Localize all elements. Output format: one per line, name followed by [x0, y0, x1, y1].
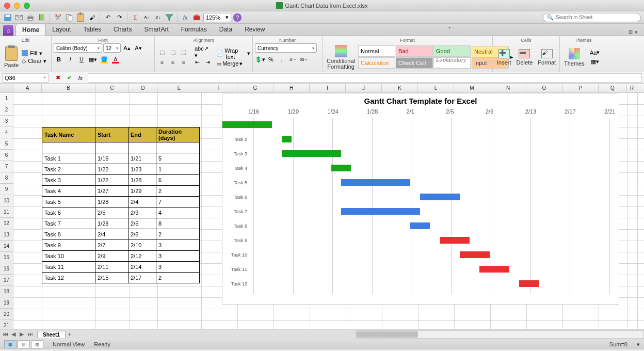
row-header[interactable]: 19: [0, 297, 13, 309]
column-header[interactable]: I: [310, 84, 346, 92]
sheet-nav-first[interactable]: ⏮: [1, 331, 9, 338]
increase-font-button[interactable]: A▴: [122, 43, 132, 53]
column-header[interactable]: G: [237, 84, 273, 92]
gantt-bar[interactable]: [341, 179, 410, 186]
gantt-bar[interactable]: [282, 150, 341, 157]
formula-input[interactable]: [88, 73, 642, 83]
email-button[interactable]: [14, 13, 24, 22]
ribbon-collapse-button[interactable]: ˄: [445, 24, 454, 36]
page-layout-view-button[interactable]: ▤: [18, 340, 30, 348]
row-header[interactable]: 20: [0, 309, 13, 320]
insert-function-button[interactable]: fx: [75, 73, 86, 83]
align-middle-button[interactable]: ⬚: [168, 47, 178, 57]
increase-decimal-button[interactable]: .0→: [287, 55, 298, 64]
gantt-bar[interactable]: [479, 266, 509, 273]
row-header[interactable]: 17: [0, 275, 13, 286]
redo-button[interactable]: ↷: [115, 13, 124, 22]
conditional-formatting-button[interactable]: Conditional Formatting: [325, 44, 357, 71]
ribbon-tab-home[interactable]: Home: [15, 24, 46, 36]
sheet-tab-sheet1[interactable]: Sheet1: [37, 331, 66, 338]
select-all-corner[interactable]: [0, 84, 13, 92]
file-menu-button[interactable]: ⌂: [3, 25, 13, 36]
wrap-text-button[interactable]: 📄Wrap Text ▾: [216, 47, 250, 60]
ribbon-tab-formulas[interactable]: Formulas: [175, 24, 213, 36]
ribbon-tab-data[interactable]: Data: [213, 24, 238, 36]
horizontal-scrollbar[interactable]: [355, 330, 644, 339]
orientation-button[interactable]: abc↗ ▾: [192, 47, 213, 57]
style-calculation[interactable]: Calculation: [358, 57, 395, 69]
bold-button[interactable]: B: [54, 55, 64, 64]
name-box[interactable]: Q36: [2, 73, 49, 83]
increase-indent-button[interactable]: ⇥: [202, 57, 213, 67]
italic-button[interactable]: I: [65, 55, 75, 64]
align-top-button[interactable]: ⬚: [157, 47, 167, 57]
decrease-indent-button[interactable]: ⇤: [192, 57, 202, 67]
column-header[interactable]: B: [42, 84, 95, 92]
ribbon-tab-review[interactable]: Review: [238, 24, 271, 36]
themes-button[interactable]: Themes: [562, 47, 587, 68]
style-normal[interactable]: Normal: [358, 45, 395, 57]
column-header[interactable]: Q: [599, 84, 627, 92]
ribbon-tab-layout[interactable]: Layout: [46, 24, 77, 36]
status-menu-button[interactable]: ▾: [637, 341, 640, 348]
row-header[interactable]: 6: [0, 150, 13, 161]
font-name-combo[interactable]: Calibri (Body): [54, 43, 102, 53]
theme-fonts-button[interactable]: Aa▾: [588, 48, 602, 57]
column-header[interactable]: N: [490, 84, 526, 92]
normal-view-button[interactable]: ▦: [4, 340, 17, 348]
font-color-button[interactable]: A: [110, 55, 121, 64]
search-input[interactable]: [556, 14, 637, 20]
close-window-button[interactable]: [4, 3, 10, 9]
align-right-button[interactable]: ≡: [179, 57, 189, 67]
format-painter-button[interactable]: 🖌: [87, 13, 96, 22]
undo-button[interactable]: ↶: [103, 13, 112, 22]
row-header[interactable]: 5: [0, 138, 13, 150]
paste-large-button[interactable]: Paste: [2, 45, 21, 69]
style-bad[interactable]: Bad: [396, 45, 433, 57]
percent-button[interactable]: %: [266, 55, 276, 64]
toolbox-button[interactable]: 🧰: [192, 13, 201, 22]
row-header[interactable]: 7: [0, 161, 13, 172]
gantt-bar[interactable]: [440, 237, 470, 244]
row-header[interactable]: 10: [0, 195, 13, 206]
gantt-bar[interactable]: [420, 194, 460, 200]
row-header[interactable]: 16: [0, 263, 13, 275]
show-formulas-button[interactable]: fx: [181, 13, 190, 22]
column-header[interactable]: D: [129, 84, 157, 92]
library-button[interactable]: 📗: [37, 13, 46, 22]
align-bottom-button[interactable]: ⬚: [179, 47, 189, 57]
add-sheet-button[interactable]: ＋: [67, 330, 72, 338]
column-header[interactable]: K: [382, 84, 418, 92]
ribbon-tab-smartart[interactable]: SmartArt: [138, 24, 174, 36]
underline-button[interactable]: U: [76, 55, 87, 64]
clear-button[interactable]: ◇Clear ▾: [22, 58, 46, 65]
enter-formula-button[interactable]: ✔: [64, 73, 74, 83]
style-check-cell[interactable]: Check Cell: [396, 57, 433, 69]
merge-button[interactable]: ▭Merge ▾: [216, 60, 250, 67]
row-header[interactable]: 13: [0, 229, 13, 241]
gantt-bar[interactable]: [282, 136, 292, 142]
row-header[interactable]: 4: [0, 127, 13, 138]
style-good[interactable]: Good: [433, 45, 471, 57]
column-header[interactable]: A: [13, 84, 42, 92]
column-header[interactable]: C: [95, 84, 129, 92]
filter-button[interactable]: [165, 13, 174, 22]
sort-desc-button[interactable]: Z↓: [153, 13, 163, 22]
copy-button[interactable]: [65, 13, 74, 22]
cancel-formula-button[interactable]: ✖: [53, 73, 63, 83]
comma-button[interactable]: ,: [277, 55, 287, 64]
sheet-nav-next[interactable]: ▶: [18, 331, 26, 338]
row-header[interactable]: 15: [0, 252, 13, 263]
save-button[interactable]: [3, 13, 12, 22]
paste-button[interactable]: [76, 13, 85, 22]
minimize-window-button[interactable]: [14, 3, 20, 9]
gantt-bar[interactable]: [222, 121, 272, 128]
decrease-font-button[interactable]: A▾: [133, 43, 143, 53]
font-size-combo[interactable]: 12: [103, 43, 121, 53]
column-header[interactable]: M: [454, 84, 490, 92]
column-header[interactable]: O: [526, 84, 562, 92]
gantt-bar[interactable]: [331, 165, 351, 171]
row-header[interactable]: 12: [0, 218, 13, 229]
print-button[interactable]: [26, 13, 35, 22]
gantt-bar[interactable]: [519, 280, 539, 287]
